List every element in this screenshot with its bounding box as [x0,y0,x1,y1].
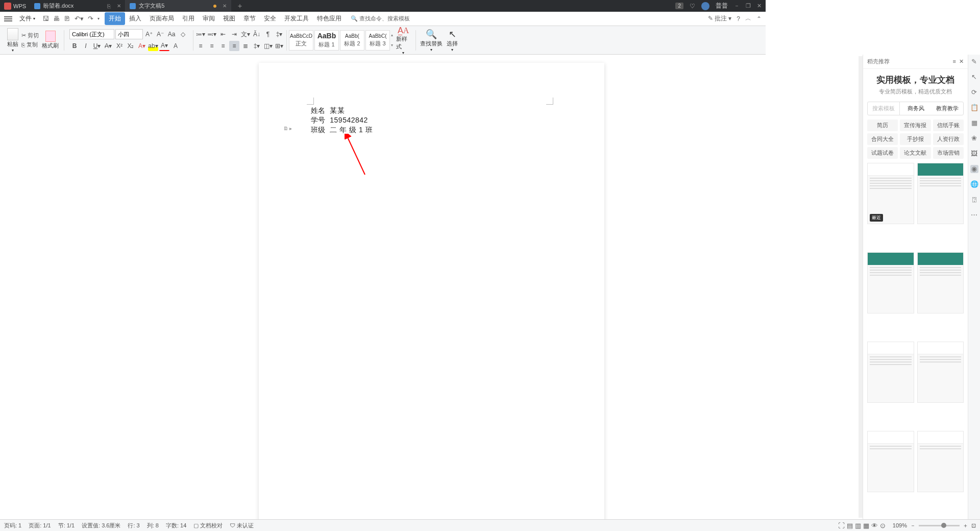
line-spacing-icon[interactable]: ‡▾ [274,29,284,39]
quick-access-toolbar: 🖫 🖶 🖹 ↶▾ ↷ ▾ [42,15,100,22]
file-menu[interactable]: 文件 ▾ [15,13,39,24]
document-tab-1[interactable]: 盼望着.docx ⎘ ✕ [30,0,126,12]
print-preview-icon[interactable]: 🖹 [64,15,70,22]
hamburger-icon[interactable] [4,16,12,21]
tab-label: 文字文稿5 [139,2,164,10]
print-icon[interactable]: 🖶 [53,15,60,22]
clear-format-icon[interactable]: ◇ [178,29,188,39]
char-shading-icon[interactable]: A [170,41,181,51]
show-marks-icon[interactable]: ¶ [263,29,273,39]
gift-icon[interactable]: ♡ [690,3,695,10]
align-right-icon[interactable]: ≡ [218,41,228,51]
tab-start[interactable]: 开始 [105,12,125,25]
bold-icon[interactable]: B [69,41,80,51]
title-bar: WPS 盼望着.docx ⎘ ✕ 文字文稿5 ✕ ＋ 2 ♡ 普普 － ❐ ✕ [0,0,766,12]
shading-icon[interactable]: ◫▾ [263,41,273,51]
cursor-icon: ↖ [449,29,456,40]
find-replace-button[interactable]: 🔍 查找替换▾ [418,29,445,52]
close-icon[interactable]: ✕ [223,3,227,9]
tab-review[interactable]: 审阅 [199,12,219,25]
document-content[interactable]: 姓名 某某 学号 159542842 班级 二 年 级 1 班 [311,106,373,135]
restore-button[interactable]: ❐ [746,3,751,9]
tab-section[interactable]: 章节 [239,12,260,25]
decrease-indent-icon[interactable]: ⇤ [218,29,228,39]
numbering-icon[interactable]: ≕▾ [207,29,217,39]
decrease-font-icon[interactable]: A⁻ [155,29,165,39]
margin-corner-tr [546,98,553,105]
tab-special[interactable]: 特色应用 [313,12,346,25]
styles-gallery[interactable]: AaBbCcD正文 AaBb标题 1 AaBb(标题 2 AaBbC(标题 3 … [289,30,393,51]
spacing-icon[interactable]: ‡▾ [252,41,262,51]
ribbon-options-icon[interactable]: ⌃ [756,15,762,22]
magnifier-icon: 🔍 [426,29,437,40]
font-name-select[interactable] [69,29,114,39]
text-direction-icon[interactable]: 文▾ [240,29,251,39]
document-tab-2[interactable]: 文字文稿5 ✕ [126,0,231,12]
style-heading2[interactable]: AaBb(标题 2 [340,30,364,51]
collapse-ribbon-icon[interactable]: ︿ [745,14,751,23]
minimize-button[interactable]: － [734,2,740,10]
style-heading1[interactable]: AaBb标题 1 [314,30,339,51]
document-area[interactable]: 🗎 ▸ 姓名 某某 学号 159542842 班级 二 年 级 1 班 [0,55,766,415]
subscript-icon[interactable]: X₂ [126,41,136,51]
change-case-icon[interactable]: Aa [166,29,177,39]
paragraph-marker-icon: 🗎 ▸ [283,126,292,131]
style-normal[interactable]: AaBbCcD正文 [289,30,313,51]
underline-icon[interactable]: U▾ [92,41,102,51]
annotate-button[interactable]: ✎ 批注 ▾ [708,14,732,23]
cut-button[interactable]: ✂剪切 [21,32,39,39]
bullets-icon[interactable]: ≔▾ [195,29,206,39]
command-search[interactable]: 🔍 查找命令、搜索模板 [351,15,410,22]
user-avatar[interactable] [701,2,709,10]
italic-icon[interactable]: I [81,41,91,51]
distribute-icon[interactable]: ≣ [240,41,251,51]
tab-view[interactable]: 视图 [219,12,239,25]
tab-security[interactable]: 安全 [260,12,280,25]
new-style-button[interactable]: A̲A 新样式▾ [396,26,410,55]
tab-reference[interactable]: 引用 [178,12,199,25]
tab-devtools[interactable]: 开发工具 [280,12,313,25]
save-icon[interactable]: 🖫 [42,15,49,22]
undo-icon[interactable]: ↶▾ [75,15,84,22]
copy-button[interactable]: ⎘复制 [21,41,39,49]
select-button[interactable]: ↖ 选择▾ [445,29,460,52]
tab-label: 盼望着.docx [43,2,74,10]
menu-bar: 文件 ▾ 🖫 🖶 🖹 ↶▾ ↷ ▾ 开始 插入 页面布局 引用 审阅 视图 章节… [0,12,766,26]
tab-layout[interactable]: 页面布局 [145,12,178,25]
modified-indicator-icon [213,5,216,8]
close-icon[interactable]: ✕ [117,3,121,9]
superscript-icon[interactable]: X² [114,41,125,51]
clipboard-icon [7,28,18,40]
justify-icon[interactable]: ≡ [229,41,239,51]
redo-icon[interactable]: ↷ [88,15,93,22]
tab-insert[interactable]: 插入 [125,12,145,25]
svg-rect-0 [4,3,11,10]
search-icon: 🔍 [351,15,358,22]
strikethrough-icon[interactable]: A▾ [103,41,113,51]
highlight-icon[interactable]: ab▾ [148,41,158,51]
page[interactable]: 🗎 ▸ 姓名 某某 学号 159542842 班级 二 年 级 1 班 [259,63,604,415]
app-logo: WPS [0,3,30,10]
add-tab-button[interactable]: ＋ [231,2,249,11]
borders-icon[interactable]: ⊞▾ [274,41,284,51]
doc-icon [34,3,40,9]
font-color-icon[interactable]: A▾ [159,41,169,51]
font-size-select[interactable] [115,29,143,39]
copy-icon: ⎘ [21,42,25,48]
sort-icon[interactable]: Ă↓ [252,29,262,39]
help-icon[interactable]: ? [737,15,740,22]
align-center-icon[interactable]: ≡ [207,41,217,51]
notification-badge[interactable]: 2 [675,3,683,9]
username: 普普 [716,2,728,10]
format-painter-button[interactable]: 格式刷 [42,31,59,50]
ribbon: 粘贴▾ ✂剪切 ⎘复制 格式刷 A⁺ A⁻ Aa ◇ B I U▾ A▾ X² … [0,26,766,55]
qat-dropdown-icon[interactable]: ▾ [97,16,100,21]
style-heading3[interactable]: AaBbC(标题 3 [365,30,390,51]
increase-indent-icon[interactable]: ⇥ [229,29,239,39]
close-button[interactable]: ✕ [757,3,762,9]
tab-indicator-icon[interactable]: ⎘ [107,3,111,9]
increase-font-icon[interactable]: A⁺ [144,29,154,39]
align-left-icon[interactable]: ≡ [195,41,206,51]
text-effects-icon[interactable]: A▾ [137,41,147,51]
paste-button[interactable]: 粘贴▾ [7,28,18,53]
